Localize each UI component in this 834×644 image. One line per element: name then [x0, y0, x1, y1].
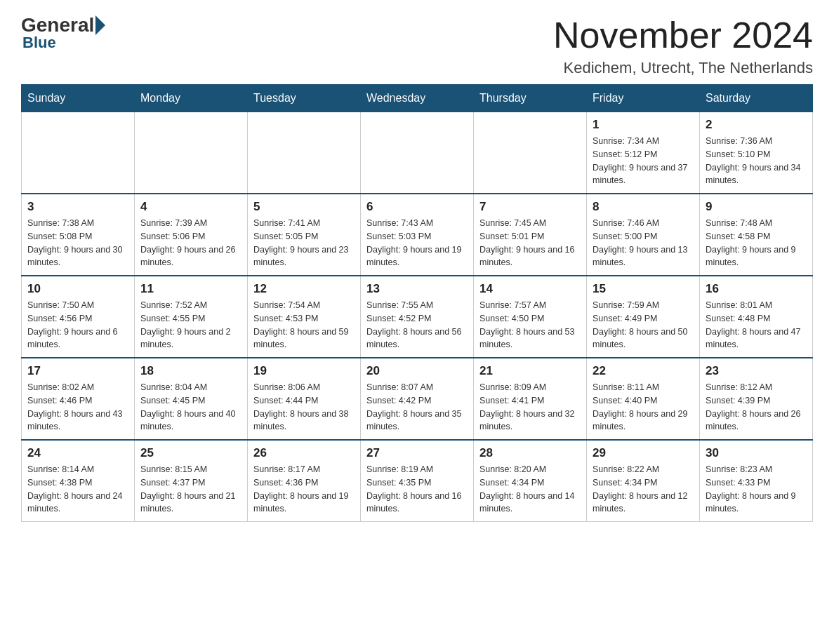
day-number: 8 — [593, 200, 694, 214]
calendar-cell: 9Sunrise: 7:48 AMSunset: 4:58 PMDaylight… — [700, 194, 813, 276]
day-number: 16 — [706, 282, 807, 296]
calendar-cell: 10Sunrise: 7:50 AMSunset: 4:56 PMDayligh… — [22, 276, 135, 358]
day-number: 6 — [366, 200, 468, 214]
header-tuesday: Tuesday — [248, 85, 361, 112]
day-info: Sunrise: 8:14 AMSunset: 4:38 PMDaylight:… — [27, 463, 128, 516]
calendar-header-row: SundayMondayTuesdayWednesdayThursdayFrid… — [22, 85, 813, 112]
day-number: 20 — [366, 364, 468, 378]
day-number: 12 — [253, 282, 355, 296]
day-info: Sunrise: 7:54 AMSunset: 4:53 PMDaylight:… — [253, 299, 355, 351]
day-number: 3 — [27, 200, 128, 214]
logo: General Blue — [21, 14, 105, 52]
day-info: Sunrise: 8:07 AMSunset: 4:42 PMDaylight:… — [366, 381, 468, 434]
calendar-cell: 5Sunrise: 7:41 AMSunset: 5:05 PMDaylight… — [248, 194, 361, 276]
day-info: Sunrise: 8:04 AMSunset: 4:45 PMDaylight:… — [140, 381, 241, 434]
day-info: Sunrise: 8:02 AMSunset: 4:46 PMDaylight:… — [27, 381, 128, 434]
calendar-cell: 18Sunrise: 8:04 AMSunset: 4:45 PMDayligh… — [135, 358, 248, 440]
calendar-week-5: 24Sunrise: 8:14 AMSunset: 4:38 PMDayligh… — [22, 440, 813, 522]
day-info: Sunrise: 7:41 AMSunset: 5:05 PMDaylight:… — [253, 217, 355, 269]
day-number: 9 — [706, 200, 807, 214]
day-number: 18 — [140, 364, 241, 378]
day-info: Sunrise: 8:19 AMSunset: 4:35 PMDaylight:… — [366, 463, 468, 516]
calendar-cell: 11Sunrise: 7:52 AMSunset: 4:55 PMDayligh… — [135, 276, 248, 358]
day-info: Sunrise: 7:34 AMSunset: 5:12 PMDaylight:… — [593, 135, 694, 187]
day-number: 15 — [593, 282, 694, 296]
location: Kedichem, Utrecht, The Netherlands — [553, 59, 813, 77]
calendar-week-3: 10Sunrise: 7:50 AMSunset: 4:56 PMDayligh… — [22, 276, 813, 358]
day-info: Sunrise: 8:22 AMSunset: 4:34 PMDaylight:… — [593, 463, 694, 516]
day-number: 11 — [140, 282, 241, 296]
header-sunday: Sunday — [22, 85, 135, 112]
calendar-cell — [248, 112, 361, 194]
calendar-cell — [474, 112, 587, 194]
day-info: Sunrise: 8:01 AMSunset: 4:48 PMDaylight:… — [706, 299, 807, 351]
calendar-week-2: 3Sunrise: 7:38 AMSunset: 5:08 PMDaylight… — [22, 194, 813, 276]
calendar-cell: 30Sunrise: 8:23 AMSunset: 4:33 PMDayligh… — [700, 440, 813, 522]
day-info: Sunrise: 7:43 AMSunset: 5:03 PMDaylight:… — [366, 217, 468, 269]
day-info: Sunrise: 7:50 AMSunset: 4:56 PMDaylight:… — [27, 299, 128, 351]
header-friday: Friday — [587, 85, 700, 112]
header-wednesday: Wednesday — [361, 85, 474, 112]
calendar-cell: 25Sunrise: 8:15 AMSunset: 4:37 PMDayligh… — [135, 440, 248, 522]
day-number: 14 — [479, 282, 581, 296]
calendar-cell: 19Sunrise: 8:06 AMSunset: 4:44 PMDayligh… — [248, 358, 361, 440]
day-number: 22 — [593, 364, 694, 378]
calendar-cell: 8Sunrise: 7:46 AMSunset: 5:00 PMDaylight… — [587, 194, 700, 276]
header-thursday: Thursday — [474, 85, 587, 112]
calendar-cell: 28Sunrise: 8:20 AMSunset: 4:34 PMDayligh… — [474, 440, 587, 522]
day-number: 25 — [140, 446, 241, 460]
day-info: Sunrise: 8:23 AMSunset: 4:33 PMDaylight:… — [706, 463, 807, 516]
calendar-cell: 21Sunrise: 8:09 AMSunset: 4:41 PMDayligh… — [474, 358, 587, 440]
day-number: 2 — [706, 118, 807, 132]
calendar-cell: 14Sunrise: 7:57 AMSunset: 4:50 PMDayligh… — [474, 276, 587, 358]
day-number: 19 — [253, 364, 355, 378]
day-info: Sunrise: 7:59 AMSunset: 4:49 PMDaylight:… — [593, 299, 694, 351]
calendar-week-1: 1Sunrise: 7:34 AMSunset: 5:12 PMDaylight… — [22, 112, 813, 194]
calendar-week-4: 17Sunrise: 8:02 AMSunset: 4:46 PMDayligh… — [22, 358, 813, 440]
logo-arrow-icon — [95, 15, 105, 35]
day-number: 28 — [479, 446, 581, 460]
calendar-cell: 23Sunrise: 8:12 AMSunset: 4:39 PMDayligh… — [700, 358, 813, 440]
calendar-table: SundayMondayTuesdayWednesdayThursdayFrid… — [21, 84, 813, 522]
calendar-cell: 3Sunrise: 7:38 AMSunset: 5:08 PMDaylight… — [22, 194, 135, 276]
calendar-cell: 13Sunrise: 7:55 AMSunset: 4:52 PMDayligh… — [361, 276, 474, 358]
day-number: 17 — [27, 364, 128, 378]
calendar-cell: 20Sunrise: 8:07 AMSunset: 4:42 PMDayligh… — [361, 358, 474, 440]
calendar-cell: 7Sunrise: 7:45 AMSunset: 5:01 PMDaylight… — [474, 194, 587, 276]
calendar-cell: 15Sunrise: 7:59 AMSunset: 4:49 PMDayligh… — [587, 276, 700, 358]
day-info: Sunrise: 7:46 AMSunset: 5:00 PMDaylight:… — [593, 217, 694, 269]
day-number: 24 — [27, 446, 128, 460]
day-info: Sunrise: 8:06 AMSunset: 4:44 PMDaylight:… — [253, 381, 355, 434]
calendar-cell: 17Sunrise: 8:02 AMSunset: 4:46 PMDayligh… — [22, 358, 135, 440]
day-info: Sunrise: 8:17 AMSunset: 4:36 PMDaylight:… — [253, 463, 355, 516]
day-number: 1 — [593, 118, 694, 132]
title-section: November 2024 Kedichem, Utrecht, The Net… — [553, 14, 813, 77]
calendar-cell: 1Sunrise: 7:34 AMSunset: 5:12 PMDaylight… — [587, 112, 700, 194]
calendar-cell: 16Sunrise: 8:01 AMSunset: 4:48 PMDayligh… — [700, 276, 813, 358]
calendar-cell: 29Sunrise: 8:22 AMSunset: 4:34 PMDayligh… — [587, 440, 700, 522]
day-info: Sunrise: 8:15 AMSunset: 4:37 PMDaylight:… — [140, 463, 241, 516]
day-number: 10 — [27, 282, 128, 296]
day-number: 5 — [253, 200, 355, 214]
day-number: 21 — [479, 364, 581, 378]
day-number: 13 — [366, 282, 468, 296]
calendar-cell — [361, 112, 474, 194]
day-info: Sunrise: 7:38 AMSunset: 5:08 PMDaylight:… — [27, 217, 128, 269]
calendar-cell: 24Sunrise: 8:14 AMSunset: 4:38 PMDayligh… — [22, 440, 135, 522]
day-number: 26 — [253, 446, 355, 460]
day-number: 23 — [706, 364, 807, 378]
day-number: 30 — [706, 446, 807, 460]
month-title: November 2024 — [553, 14, 813, 56]
day-info: Sunrise: 7:55 AMSunset: 4:52 PMDaylight:… — [366, 299, 468, 351]
day-info: Sunrise: 8:20 AMSunset: 4:34 PMDaylight:… — [479, 463, 581, 516]
calendar-cell: 22Sunrise: 8:11 AMSunset: 4:40 PMDayligh… — [587, 358, 700, 440]
calendar-cell: 27Sunrise: 8:19 AMSunset: 4:35 PMDayligh… — [361, 440, 474, 522]
day-info: Sunrise: 7:45 AMSunset: 5:01 PMDaylight:… — [479, 217, 581, 269]
day-info: Sunrise: 8:09 AMSunset: 4:41 PMDaylight:… — [479, 381, 581, 434]
day-info: Sunrise: 7:36 AMSunset: 5:10 PMDaylight:… — [706, 135, 807, 187]
calendar-cell: 26Sunrise: 8:17 AMSunset: 4:36 PMDayligh… — [248, 440, 361, 522]
calendar-cell: 4Sunrise: 7:39 AMSunset: 5:06 PMDaylight… — [135, 194, 248, 276]
day-info: Sunrise: 7:48 AMSunset: 4:58 PMDaylight:… — [706, 217, 807, 269]
header-monday: Monday — [135, 85, 248, 112]
header-saturday: Saturday — [700, 85, 813, 112]
